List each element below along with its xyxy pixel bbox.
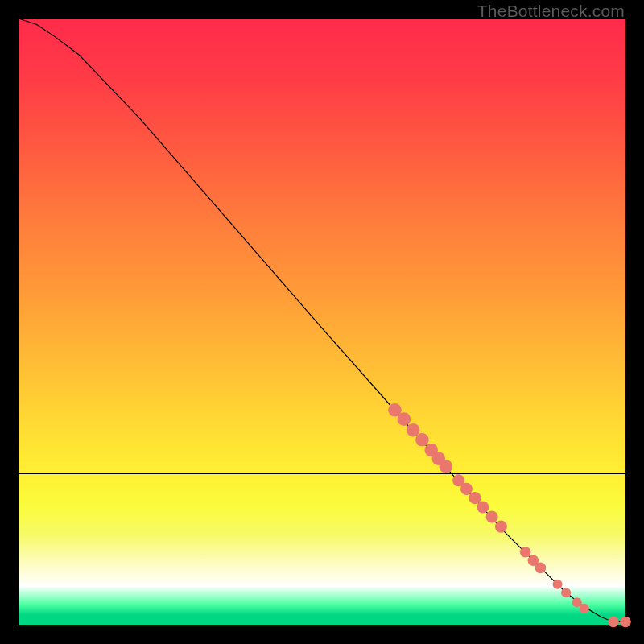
data-marker (553, 580, 563, 589)
data-marker (495, 521, 507, 533)
data-marker (535, 563, 547, 574)
curve-layer (19, 19, 625, 625)
data-marker (580, 604, 589, 613)
data-marker (469, 492, 481, 504)
data-marker (460, 483, 473, 495)
data-marker (440, 460, 453, 473)
bottleneck-curve (19, 19, 625, 621)
data-marker (620, 617, 631, 628)
data-marker (520, 547, 531, 558)
data-marker (561, 588, 571, 597)
watermark-text: TheBottleneck.com (477, 2, 625, 21)
data-marker (397, 412, 411, 426)
plot-area (19, 19, 625, 625)
chart-frame: TheBottleneck.com (0, 0, 644, 644)
data-marker (407, 423, 420, 437)
data-marker (415, 433, 429, 447)
marker-layer (388, 403, 631, 627)
data-marker (477, 501, 489, 513)
data-marker (486, 510, 498, 522)
data-marker (608, 617, 619, 628)
